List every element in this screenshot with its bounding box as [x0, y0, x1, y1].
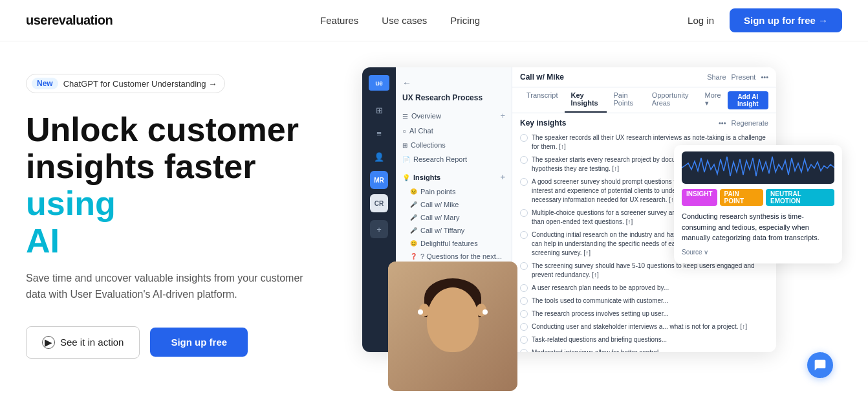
hero-badge[interactable]: New ChatGPT for Customer Understanding →	[26, 74, 225, 93]
hero-title-using: using	[26, 184, 116, 222]
present-action[interactable]: Present	[732, 73, 756, 81]
face-shape	[427, 287, 479, 352]
more-action[interactable]: •••	[761, 73, 768, 81]
nav-sub-pain-points[interactable]: 😣Pain points	[396, 185, 512, 198]
app-main-header: Call w/ Mike Share Present •••	[512, 67, 776, 87]
insight-dot	[520, 349, 528, 352]
main-header-title: Call w/ Mike	[520, 73, 564, 82]
nav-use-cases[interactable]: Use cases	[382, 15, 427, 26]
nav-item-insights-section[interactable]: 💡Insights +	[396, 169, 512, 185]
main-header-actions: Share Present •••	[707, 73, 768, 81]
insight-text: The screening survey should have 5-10 qu…	[532, 262, 768, 280]
sidebar-icon-grid[interactable]: ⊞	[370, 101, 388, 119]
chat-icon	[814, 359, 827, 372]
nav-panel-back[interactable]: ←	[402, 78, 411, 88]
earbud-left	[418, 309, 423, 315]
hero-left: New ChatGPT for Customer Understanding →…	[26, 67, 336, 359]
sidebar-icon-user[interactable]: 👤	[370, 148, 388, 166]
see-action-button[interactable]: ▶ See it in action	[26, 326, 140, 359]
nav-sub-call-mike[interactable]: 🎤Call w/ Mike	[396, 198, 512, 211]
nav-sub-questions[interactable]: ❓? Questions for the next...	[396, 250, 512, 263]
signup-free-button[interactable]: Sign up free	[150, 328, 248, 357]
badge-text: ChatGPT for Customer Understanding →	[63, 79, 217, 89]
insight-dot	[520, 178, 528, 186]
insight-row: Task-related questions and briefing ques…	[520, 333, 768, 346]
insights-header: Key insights ••• Regenerate	[520, 118, 768, 128]
insight-text: Conducting user and stakeholder intervie…	[532, 322, 747, 331]
badge-new-label: New	[32, 78, 58, 89]
insight-dot	[520, 134, 528, 142]
insight-row: The tools used to communicate with custo…	[520, 295, 768, 307]
chat-bubble-button[interactable]	[807, 352, 833, 378]
insight-dot	[520, 209, 528, 217]
person-card	[388, 262, 517, 391]
nav-item-collections[interactable]: ⊞Collections	[396, 138, 512, 152]
login-link[interactable]: Log in	[688, 15, 714, 26]
tab-key-insights[interactable]: Key Insights	[565, 87, 607, 113]
insight-text: Task-related questions and briefing ques…	[532, 335, 667, 344]
nav-right: Log in Sign up for free →	[688, 8, 842, 32]
nav-features[interactable]: Features	[320, 15, 358, 26]
nav-panel-title: UX Research Process	[396, 93, 512, 107]
insight-text: The research process involves setting up…	[532, 309, 669, 318]
hero-title: Unlock customer insights faster using AI	[26, 111, 336, 260]
nav-sub-call-mary[interactable]: 🎤Call w/ Mary	[396, 211, 512, 224]
insights-title: Key insights	[520, 118, 566, 128]
tag-insight: INSIGHT	[682, 189, 717, 206]
tags-row: INSIGHT PAIN POINT NEUTRAL EMOTION	[682, 189, 834, 206]
insight-text: A user research plan needs to be approve…	[532, 284, 669, 293]
insight-row: A user research plan needs to be approve…	[520, 282, 768, 295]
insights-actions: ••• Regenerate	[719, 119, 768, 127]
see-action-label: See it in action	[60, 337, 124, 348]
audio-wave	[682, 151, 834, 184]
sidebar-icon-list[interactable]: ≡	[370, 124, 388, 142]
add-ai-insight-button[interactable]: Add AI Insight	[728, 91, 768, 109]
tag-pain-point: PAIN POINT	[720, 189, 764, 206]
hero-title-line2: insights faster	[26, 148, 255, 185]
tab-transcript[interactable]: Transcript	[520, 87, 565, 113]
app-tabs: Transcript Key Insights Pain Points Oppo…	[512, 87, 776, 113]
person-placeholder	[388, 262, 517, 391]
logo: userevaluation	[26, 13, 113, 28]
share-action[interactable]: Share	[707, 73, 726, 81]
sidebar-ue-logo: ue	[369, 75, 389, 91]
nav-sub-call-tiffany[interactable]: 🎤Call w/ Tiffany	[396, 224, 512, 237]
navbar: userevaluation Features Use cases Pricin…	[0, 0, 868, 41]
insight-text: Moderated interviews allow for better co…	[532, 348, 664, 352]
nav-item-ai-chat[interactable]: ○AI Chat	[396, 124, 512, 138]
nav-sub-delightful[interactable]: 😊Delightful features	[396, 237, 512, 250]
insight-row: Conducting user and stakeholder intervie…	[520, 320, 768, 333]
audio-card-source[interactable]: Source ∨	[682, 249, 834, 256]
hero-section: New ChatGPT for Customer Understanding →…	[0, 41, 868, 413]
sidebar-cr-badge[interactable]: CR	[370, 194, 388, 212]
audio-card-text: Conducting research synthesis is time-co…	[682, 211, 834, 243]
insight-dot	[520, 262, 528, 270]
hero-title-line1: Unlock customer	[26, 111, 299, 148]
insight-dot	[520, 231, 528, 239]
hero-title-ai: AI	[26, 222, 60, 260]
sidebar-mr-badge[interactable]: MR	[370, 171, 388, 189]
nav-item-research-report[interactable]: 📄Research Report	[396, 152, 512, 166]
sidebar-plus-button[interactable]: +	[370, 220, 388, 238]
insight-dot	[520, 284, 528, 292]
nav-panel-header: ←	[396, 75, 512, 93]
insight-dot	[520, 310, 528, 318]
insight-dot	[520, 336, 528, 344]
nav-pricing[interactable]: Pricing	[450, 15, 480, 26]
insights-regenerate[interactable]: Regenerate	[732, 119, 769, 127]
insight-dot	[520, 323, 528, 331]
tab-opportunity-areas[interactable]: Opportunity Areas	[646, 87, 699, 113]
tab-pain-points[interactable]: Pain Points	[607, 87, 645, 113]
insight-text: The tools used to communicate with custo…	[532, 296, 668, 306]
nav-signup-button[interactable]: Sign up for free →	[730, 8, 842, 32]
insight-row: Moderated interviews allow for better co…	[520, 346, 768, 352]
play-icon: ▶	[42, 336, 55, 349]
insight-dot	[520, 297, 528, 305]
tag-neutral-emotion: NEUTRAL EMOTION	[766, 189, 834, 206]
insight-row: The research process involves setting up…	[520, 307, 768, 320]
nav-item-overview[interactable]: ☰Overview +	[396, 107, 512, 124]
insight-dot	[520, 156, 528, 164]
insights-menu[interactable]: •••	[719, 119, 726, 127]
hero-buttons: ▶ See it in action Sign up free	[26, 326, 336, 359]
tab-more[interactable]: More ▾	[699, 87, 728, 113]
